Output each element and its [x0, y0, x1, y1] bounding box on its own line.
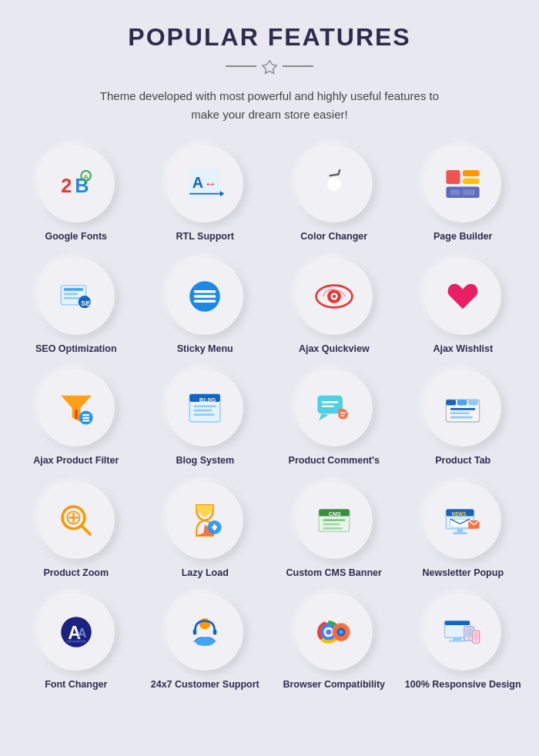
feature-item-newsletter-popup: NEWS Newsletter Popup [403, 482, 524, 580]
feature-label-customer-support: 24x7 Customer Support [151, 678, 259, 692]
svg-marker-9 [220, 191, 224, 196]
svg-point-90 [326, 629, 331, 634]
color-changer-icon [313, 163, 355, 205]
google-fonts-icon: 2 B A [55, 163, 97, 205]
feature-label-custom-cms-banner: Custom CMS Banner [286, 567, 382, 580]
svg-text:2: 2 [61, 175, 72, 196]
feature-circle-responsive-design [424, 594, 501, 671]
page-builder-icon [442, 163, 484, 205]
svg-rect-57 [450, 416, 473, 419]
feature-item-rtl-support: A ↔ RTL Support [145, 146, 266, 244]
svg-rect-80 [66, 641, 85, 643]
feature-item-product-comments: Product Comment's [273, 370, 395, 468]
svg-rect-95 [445, 621, 470, 625]
feature-label-rtl-support: RTL Support [176, 230, 234, 244]
browser-compatibility-icon [313, 611, 355, 653]
feature-item-google-fonts: 2 B A Google Fonts [15, 146, 137, 244]
custom-cms-banner-icon: CMS [313, 500, 355, 541]
feature-item-product-zoom: Product Zoom [15, 482, 137, 580]
svg-rect-26 [194, 289, 216, 293]
feature-circle-lazy-load [166, 482, 243, 559]
svg-text:A: A [83, 172, 89, 181]
svg-point-100 [468, 638, 470, 640]
feature-circle-font-changer: A A [38, 594, 115, 671]
svg-rect-56 [450, 412, 470, 414]
svg-point-10 [327, 177, 341, 191]
svg-rect-28 [194, 299, 216, 303]
svg-rect-38 [82, 414, 89, 416]
feature-item-custom-cms-banner: CMS Custom CMS Banner [273, 482, 395, 580]
seo-optimization-icon: SEO [55, 276, 97, 317]
feature-circle-newsletter-popup: NEWS [424, 482, 501, 559]
feature-circle-blog-system: BL0G [166, 370, 243, 447]
feature-circle-ajax-quickview [296, 258, 373, 335]
page-title: POPULAR FEATURES [128, 23, 410, 52]
feature-label-newsletter-popup: Newsletter Popup [422, 567, 504, 580]
feature-label-responsive-design: 100% Responsive Design [405, 678, 521, 692]
feature-label-font-changer: Font Changer [45, 678, 107, 692]
feature-label-ajax-quickview: Ajax Quickview [299, 343, 370, 356]
svg-rect-43 [194, 410, 212, 412]
svg-rect-82 [193, 629, 197, 634]
svg-rect-68 [323, 523, 340, 525]
feature-item-seo-optimization: SEO SEO Optimization [15, 258, 137, 356]
font-changer-icon: A A [55, 611, 97, 653]
svg-rect-75 [454, 532, 467, 534]
feature-label-page-builder: Page Builder [434, 230, 492, 244]
feature-circle-ajax-wishlist [424, 258, 501, 335]
svg-text:NEWS: NEWS [452, 510, 467, 516]
subtitle: Theme developed with most powerful and h… [85, 87, 454, 124]
svg-text:A: A [192, 174, 203, 191]
feature-item-blog-system: BL0G Blog System [145, 370, 266, 468]
feature-circle-product-zoom [38, 482, 115, 559]
svg-marker-0 [263, 61, 276, 74]
lazy-load-icon [184, 500, 226, 541]
ajax-product-filter-icon [55, 387, 97, 429]
svg-point-93 [339, 630, 343, 634]
ajax-quickview-icon [313, 276, 355, 317]
svg-rect-97 [449, 641, 466, 642]
customer-support-icon [184, 611, 226, 653]
svg-point-81 [199, 618, 210, 629]
svg-rect-69 [323, 527, 342, 530]
sticky-menu-icon [184, 276, 226, 317]
feature-label-google-fonts: Google Fonts [45, 230, 107, 244]
svg-rect-22 [64, 296, 81, 299]
svg-point-32 [333, 294, 336, 298]
svg-rect-47 [322, 401, 339, 403]
feature-label-seo-optimization: SEO Optimization [35, 343, 117, 356]
feature-item-ajax-wishlist: Ajax Wishlist [403, 258, 524, 356]
svg-rect-67 [323, 519, 345, 521]
svg-rect-34 [75, 410, 78, 420]
feature-label-lazy-load: Lazy Load [182, 567, 229, 580]
feature-label-ajax-product-filter: Ajax Product Filter [33, 454, 119, 468]
svg-text:CMS: CMS [329, 510, 341, 517]
svg-rect-54 [468, 400, 478, 405]
blog-system-icon: BL0G [184, 387, 226, 429]
divider [226, 58, 313, 75]
feature-circle-sticky-menu [166, 258, 243, 335]
newsletter-popup-icon: NEWS [442, 500, 484, 541]
product-zoom-icon [55, 500, 97, 541]
feature-item-font-changer: A A Font Changer [15, 594, 137, 692]
feature-label-blog-system: Blog System [176, 454, 234, 468]
feature-item-ajax-quickview: Ajax Quickview [273, 258, 395, 356]
feature-item-color-changer: Color Changer [273, 146, 395, 244]
feature-item-lazy-load: Lazy Load [145, 482, 266, 580]
svg-rect-20 [64, 288, 83, 291]
feature-label-product-tab: Product Tab [435, 454, 490, 468]
svg-rect-17 [450, 189, 460, 195]
responsive-design-icon [442, 611, 484, 653]
svg-marker-46 [319, 413, 329, 420]
svg-rect-15 [463, 179, 480, 184]
svg-rect-21 [64, 293, 78, 295]
svg-rect-55 [450, 408, 475, 410]
ajax-wishlist-icon [442, 276, 484, 317]
svg-rect-42 [194, 405, 216, 407]
feature-circle-custom-cms-banner: CMS [296, 482, 373, 559]
svg-point-103 [475, 641, 477, 642]
svg-text:↔: ↔ [204, 176, 216, 190]
feature-item-browser-compatibility: Browser Compatibility [273, 594, 395, 692]
feature-circle-browser-compatibility [296, 594, 373, 671]
svg-line-11 [330, 174, 338, 176]
